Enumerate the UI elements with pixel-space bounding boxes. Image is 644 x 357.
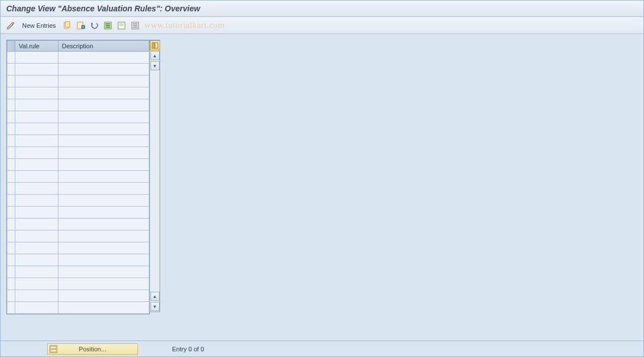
cell-valrule[interactable]: [15, 302, 58, 314]
cell-description[interactable]: [58, 207, 149, 219]
cell-valrule[interactable]: [15, 87, 58, 99]
row-selector[interactable]: [7, 111, 15, 123]
row-selector[interactable]: [7, 87, 15, 99]
cell-description[interactable]: [58, 242, 149, 254]
row-selector[interactable]: [7, 183, 15, 195]
row-selector[interactable]: [7, 64, 15, 75]
row-selector[interactable]: [7, 135, 15, 147]
cell-valrule[interactable]: [15, 219, 58, 230]
new-entries-button[interactable]: New Entries: [19, 21, 59, 30]
cell-valrule[interactable]: [15, 135, 58, 147]
row-selector[interactable]: [7, 278, 15, 290]
cell-description[interactable]: [58, 64, 149, 75]
position-button[interactable]: Position...: [47, 343, 138, 355]
row-selector[interactable]: [7, 242, 15, 254]
cell-valrule[interactable]: [15, 290, 58, 302]
delete-icon[interactable]: [75, 20, 86, 31]
select-block-icon[interactable]: [116, 20, 127, 31]
table-row: [7, 230, 149, 242]
scroll-down-end-button[interactable]: ▼: [150, 302, 160, 311]
cell-valrule[interactable]: [15, 195, 58, 207]
scroll-down-button[interactable]: ▼: [150, 61, 160, 70]
cell-description[interactable]: [58, 159, 149, 171]
cell-description[interactable]: [58, 52, 149, 64]
cell-description[interactable]: [58, 254, 149, 266]
cell-description[interactable]: [58, 123, 149, 135]
cell-description[interactable]: [58, 290, 149, 302]
cell-description[interactable]: [58, 75, 149, 87]
scroll-up-end-button[interactable]: ▲: [150, 292, 160, 301]
table-row: [7, 87, 149, 99]
cell-valrule[interactable]: [15, 111, 58, 123]
cell-description[interactable]: [58, 99, 149, 111]
title-bar: Change View "Absence Valuation Rules": O…: [1, 1, 643, 17]
table-container: Val.rule Description: [6, 40, 150, 314]
cell-valrule[interactable]: [15, 99, 58, 111]
cell-description[interactable]: [58, 171, 149, 183]
row-selector[interactable]: [7, 147, 15, 159]
cell-description[interactable]: [58, 111, 149, 123]
cell-valrule[interactable]: [15, 242, 58, 254]
row-selector[interactable]: [7, 171, 15, 183]
row-selector[interactable]: [7, 230, 15, 242]
cell-valrule[interactable]: [15, 207, 58, 219]
table-row: [7, 75, 149, 87]
table-row: [7, 99, 149, 111]
row-selector[interactable]: [7, 207, 15, 219]
row-selector[interactable]: [7, 254, 15, 266]
deselect-all-icon[interactable]: [129, 20, 141, 31]
table-row: [7, 147, 149, 159]
cell-valrule[interactable]: [15, 278, 58, 290]
copy-icon[interactable]: [61, 20, 73, 31]
select-all-icon[interactable]: [102, 20, 114, 31]
cell-description[interactable]: [58, 147, 149, 159]
cell-valrule[interactable]: [15, 159, 58, 171]
row-selector-header[interactable]: [7, 41, 15, 52]
row-selector[interactable]: [7, 302, 15, 314]
cell-description[interactable]: [58, 302, 149, 314]
table-settings-icon[interactable]: [150, 40, 160, 51]
cell-description[interactable]: [58, 230, 149, 242]
cell-description[interactable]: [58, 278, 149, 290]
table-row: [7, 171, 149, 183]
cell-valrule[interactable]: [15, 254, 58, 266]
row-selector[interactable]: [7, 266, 15, 278]
table-scroll-column: ▲ ▼ ▲ ▼: [150, 40, 160, 312]
application-toolbar: New Entries: [1, 17, 643, 34]
row-selector[interactable]: [7, 219, 15, 230]
cell-valrule[interactable]: [15, 171, 58, 183]
cell-valrule[interactable]: [15, 147, 58, 159]
cell-valrule[interactable]: [15, 75, 58, 87]
cell-valrule[interactable]: [15, 123, 58, 135]
row-selector[interactable]: [7, 75, 15, 87]
cell-description[interactable]: [58, 135, 149, 147]
undo-icon[interactable]: [89, 20, 100, 31]
cell-valrule[interactable]: [15, 230, 58, 242]
row-selector[interactable]: [7, 159, 15, 171]
svg-rect-11: [133, 23, 137, 24]
svg-rect-14: [152, 43, 154, 48]
cell-valrule[interactable]: [15, 64, 58, 75]
cell-description[interactable]: [58, 219, 149, 230]
row-selector[interactable]: [7, 123, 15, 135]
row-selector[interactable]: [7, 52, 15, 64]
scroll-track[interactable]: [150, 71, 160, 291]
column-header-description[interactable]: Description: [58, 41, 149, 52]
cell-description[interactable]: [58, 195, 149, 207]
row-selector[interactable]: [7, 290, 15, 302]
toggle-display-change-icon[interactable]: [5, 20, 16, 31]
cell-description[interactable]: [58, 183, 149, 195]
table-row: [7, 195, 149, 207]
watermark-text: www.tutorialkart.com: [144, 20, 225, 30]
table-row: [7, 219, 149, 230]
scroll-up-button[interactable]: ▲: [150, 51, 160, 60]
cell-description[interactable]: [58, 266, 149, 278]
row-selector[interactable]: [7, 195, 15, 207]
cell-valrule[interactable]: [15, 266, 58, 278]
cell-valrule[interactable]: [15, 183, 58, 195]
svg-rect-5: [106, 23, 110, 24]
column-header-valrule[interactable]: Val.rule: [15, 41, 58, 52]
cell-description[interactable]: [58, 87, 149, 99]
row-selector[interactable]: [7, 99, 15, 111]
cell-valrule[interactable]: [15, 52, 58, 64]
